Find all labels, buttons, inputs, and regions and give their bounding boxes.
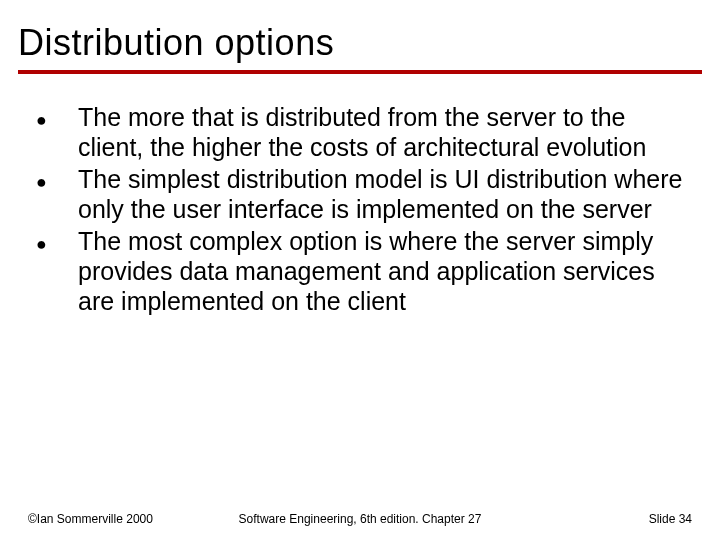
- bullet-icon: ●: [34, 164, 78, 198]
- footer-right: Slide 34: [649, 512, 692, 526]
- list-item: ● The more that is distributed from the …: [34, 102, 686, 162]
- body: ● The more that is distributed from the …: [0, 74, 720, 316]
- footer-left: ©Ian Sommerville 2000: [28, 512, 153, 526]
- footer: ©Ian Sommerville 2000 Software Engineeri…: [0, 512, 720, 526]
- bullet-icon: ●: [34, 226, 78, 260]
- list-item: ● The simplest distribution model is UI …: [34, 164, 686, 224]
- bullet-icon: ●: [34, 102, 78, 136]
- bullet-text: The most complex option is where the ser…: [78, 226, 686, 316]
- list-item: ● The most complex option is where the s…: [34, 226, 686, 316]
- bullet-text: The more that is distributed from the se…: [78, 102, 686, 162]
- slide: Distribution options ● The more that is …: [0, 0, 720, 540]
- title-block: Distribution options: [0, 0, 720, 64]
- slide-title: Distribution options: [18, 22, 720, 64]
- bullet-text: The simplest distribution model is UI di…: [78, 164, 686, 224]
